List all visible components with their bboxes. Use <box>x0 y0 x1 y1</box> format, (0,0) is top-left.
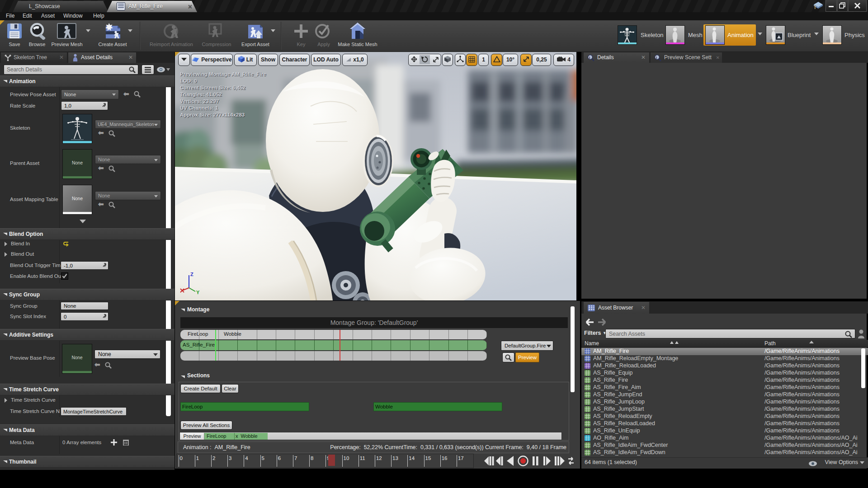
svg-text:Z: Z <box>190 272 193 277</box>
svg-text:Y: Y <box>196 290 200 295</box>
